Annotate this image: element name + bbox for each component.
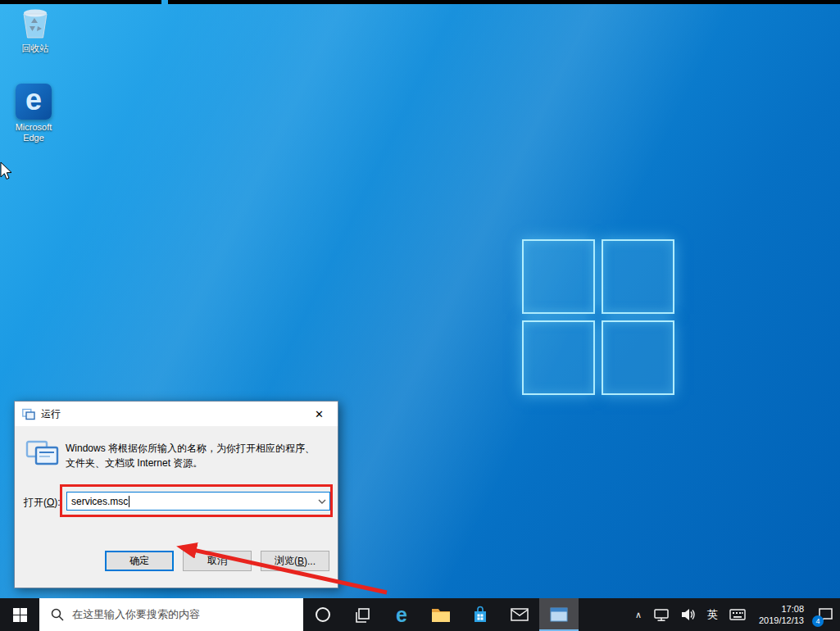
taskbar-clock[interactable]: 17:08 2019/12/13 — [751, 603, 811, 626]
run-icon — [22, 408, 35, 420]
desktop-icon-microsoft-edge[interactable]: e Microsoft Edge — [7, 84, 61, 143]
network-button[interactable] — [647, 598, 675, 631]
screen-edge-artifact — [0, 0, 161, 4]
file-explorer-button[interactable] — [421, 598, 461, 631]
clock-time: 17:08 — [781, 603, 804, 615]
windows-logo-pane — [522, 239, 595, 314]
cortana-icon — [315, 606, 331, 623]
search-placeholder: 在这里输入你要搜索的内容 — [72, 607, 200, 622]
mouse-cursor — [0, 161, 13, 181]
desktop-icon-recycle-bin[interactable]: 回收站 — [8, 7, 62, 54]
mail-icon — [511, 608, 529, 621]
keyboard-icon — [729, 609, 746, 620]
system-tray: ∧ 英 — [629, 598, 840, 631]
annotation-red-rectangle — [60, 484, 333, 517]
ime-indicator[interactable]: 英 — [702, 598, 724, 631]
windows-logo-pane — [602, 239, 674, 314]
action-center-button[interactable]: 4 — [811, 598, 840, 631]
run-window-icon — [550, 607, 568, 622]
run-dialog-icon — [25, 439, 60, 467]
run-dialog-titlebar[interactable]: 运行 ✕ — [15, 402, 338, 426]
microsoft-edge-icon: e — [16, 84, 52, 120]
taskbar-edge-button[interactable]: e — [382, 598, 421, 631]
start-button[interactable] — [0, 598, 39, 631]
taskbar: 在这里输入你要搜索的内容 e — [0, 598, 840, 631]
windows-logo — [522, 239, 674, 395]
annotation-red-arrow — [156, 529, 402, 602]
volume-button[interactable] — [675, 598, 702, 631]
hidden-icons-button[interactable]: ∧ — [629, 598, 647, 631]
windows-logo-pane — [522, 320, 595, 395]
chevron-up-icon: ∧ — [635, 610, 642, 620]
edge-icon: e — [396, 605, 407, 625]
run-dialog-title: 运行 — [41, 407, 61, 421]
close-icon: ✕ — [315, 408, 324, 420]
touch-keyboard-button[interactable] — [724, 598, 751, 631]
windows-logo-pane — [602, 320, 674, 395]
taskbar-search-input[interactable]: 在这里输入你要搜索的内容 — [39, 598, 303, 631]
notification-badge: 4 — [812, 615, 824, 627]
speaker-icon — [681, 608, 696, 621]
search-icon — [51, 608, 64, 621]
recycle-bin-icon — [20, 7, 51, 41]
network-icon — [653, 608, 670, 622]
microsoft-store-icon — [472, 606, 488, 624]
microsoft-store-button[interactable] — [461, 598, 500, 631]
windows-start-icon — [13, 608, 27, 622]
clock-date: 2019/12/13 — [759, 615, 804, 626]
edge-label: Microsoft Edge — [16, 122, 52, 143]
task-view-button[interactable] — [343, 598, 382, 631]
mail-button[interactable] — [500, 598, 539, 631]
close-button[interactable]: ✕ — [301, 402, 338, 426]
recycle-bin-label: 回收站 — [22, 43, 49, 54]
task-view-icon — [354, 606, 371, 624]
file-explorer-icon — [431, 606, 451, 623]
run-dialog-description: Windows 将根据你所输入的名称，为你打开相应的程序、 文件夹、文档或 In… — [66, 441, 315, 470]
open-label: 打开(O): — [24, 496, 61, 510]
cortana-button[interactable] — [303, 598, 343, 631]
taskbar-run-window-button[interactable] — [539, 598, 579, 631]
screen-edge-artifact — [168, 0, 840, 4]
desktop: 回收站 e Microsoft Edge 运行 ✕ — [0, 0, 840, 631]
